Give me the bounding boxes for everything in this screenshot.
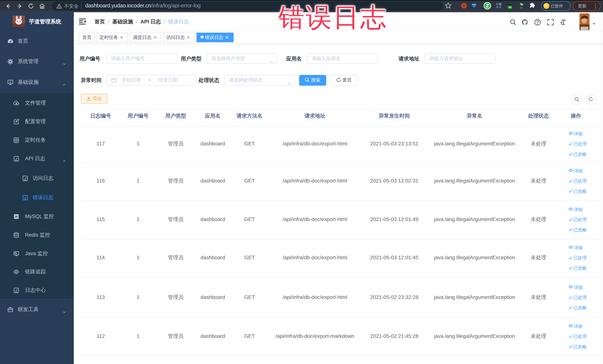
svg-text:on: on	[509, 6, 511, 9]
